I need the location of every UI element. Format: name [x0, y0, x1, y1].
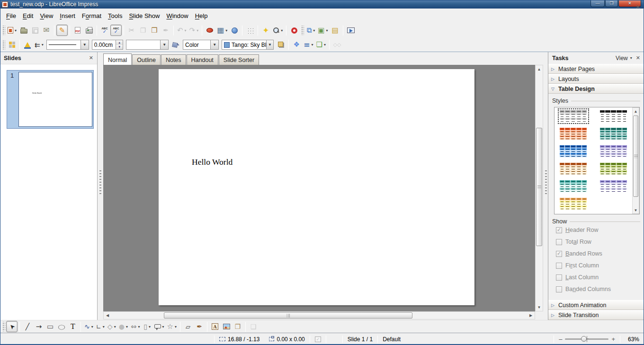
checkbox-banded-rows[interactable]: Banded Rows	[556, 250, 644, 257]
display-grid-button[interactable]	[244, 25, 256, 36]
close-document-icon[interactable]: ✕	[635, 4, 640, 10]
print-button[interactable]	[83, 25, 95, 36]
dropdown-arrow-icon[interactable]: ▼	[80, 40, 89, 49]
dropdown-caret-icon[interactable]: ▾	[324, 43, 326, 47]
spin-down-icon[interactable]: ▼	[116, 45, 123, 50]
chevron-down-icon[interactable]: ▾	[630, 56, 632, 60]
tab-slide-sorter[interactable]: Slide Sorter	[219, 54, 259, 65]
gallery-button[interactable]: ❐	[232, 321, 243, 332]
edit-mode-button[interactable]: ✎	[56, 25, 68, 36]
checkbox-unchecked-icon[interactable]	[556, 239, 562, 245]
block-arrows-button[interactable]: ⇔▾	[129, 321, 142, 332]
left-panel-splitter[interactable]	[98, 52, 103, 320]
toolbar-handle[interactable]	[2, 26, 5, 35]
arrange-objects-button[interactable]: ❏▾	[315, 39, 327, 51]
dropdown-caret-icon[interactable]: ▾	[197, 28, 198, 33]
menu-edit[interactable]: Edit	[19, 11, 36, 21]
spinner-value[interactable]: 0.00cm	[94, 42, 113, 48]
basic-shapes-button[interactable]: ◇▾	[106, 321, 117, 332]
slide-page[interactable]: Hello World	[159, 69, 474, 305]
toolbar-handle[interactable]	[2, 322, 5, 331]
menu-tools[interactable]: Tools	[105, 11, 125, 21]
styles-scrollbar-thumb[interactable]	[633, 115, 638, 197]
menu-view[interactable]: View	[36, 11, 56, 21]
dropdown-caret-icon[interactable]: ▾	[91, 325, 93, 329]
dropdown-caret-icon[interactable]: ▾	[138, 325, 140, 329]
checkbox-last-column[interactable]: Last Column	[556, 274, 644, 281]
fontwork-button[interactable]: A	[209, 321, 221, 332]
stars-button[interactable]: ☆▾	[166, 321, 178, 332]
minimize-button[interactable]: —	[590, 0, 605, 7]
dropdown-caret-icon[interactable]: ▾	[312, 43, 313, 47]
table-style-lavender-banded[interactable]	[599, 144, 628, 158]
scroll-right-icon[interactable]: ▶	[527, 312, 535, 319]
horizontal-scrollbar-thumb[interactable]	[164, 312, 412, 318]
tab-notes[interactable]: Notes	[161, 54, 186, 65]
arrow-tool-button[interactable]: →	[33, 321, 45, 332]
slide-template-name[interactable]: Default	[378, 336, 405, 343]
dropdown-caret-icon[interactable]: ▾	[126, 325, 128, 329]
connector-tool-button[interactable]: ∟▾	[95, 321, 106, 332]
restore-button[interactable]: ❐	[605, 0, 618, 7]
interaction-button[interactable]: ❑	[248, 321, 259, 332]
slide-thumbnail-1[interactable]: 1 Hello World	[7, 70, 94, 129]
menu-file[interactable]: File	[3, 11, 19, 21]
scroll-up-icon[interactable]: ▲	[633, 108, 639, 115]
deck-slide-transition[interactable]: ▷Slide Transition	[548, 310, 644, 320]
tasks-view-menu[interactable]: View	[616, 55, 628, 62]
arrow-style-button[interactable]: ⇇▾	[33, 39, 45, 51]
dropdown-caret-icon[interactable]: ▾	[313, 28, 315, 33]
line-style-select[interactable]: ▼	[46, 40, 89, 50]
dropdown-caret-icon[interactable]: ▾	[326, 28, 328, 33]
dropdown-caret-icon[interactable]: ▾	[185, 28, 187, 33]
align-objects-button[interactable]: ≡▾	[302, 39, 314, 51]
deck-table-design[interactable]: ▽Table Design	[548, 84, 644, 94]
table-style-teal-banded[interactable]	[599, 127, 628, 141]
fill-color-select[interactable]: Tango: Sky Blu▼	[222, 40, 274, 50]
table-style-yellow-banded[interactable]	[559, 197, 588, 211]
dropdown-caret-icon[interactable]: ▾	[281, 28, 283, 33]
checkbox-total-row[interactable]: Total Row	[556, 239, 644, 245]
horizontal-scrollbar[interactable]: ◀ ▶	[103, 311, 535, 319]
spellcheck-button[interactable]: ABC✓	[99, 25, 110, 36]
paste-button[interactable]: ❒	[149, 25, 160, 36]
checkbox-checked-icon[interactable]	[556, 251, 562, 257]
dropdown-arrow-icon[interactable]: ▼	[160, 40, 168, 49]
table-style-purple-banded[interactable]	[599, 179, 628, 193]
dropdown-caret-icon[interactable]: ▾	[175, 325, 177, 329]
zoom-percentage[interactable]: 63%	[620, 336, 644, 343]
email-document-button[interactable]: ✉	[41, 25, 52, 36]
line-color-select[interactable]: ▼	[126, 40, 169, 50]
export-pdf-button[interactable]	[72, 25, 83, 36]
cut-button[interactable]: ✂	[126, 25, 137, 36]
styles-scrollbar[interactable]: ▲ ▼	[632, 107, 639, 214]
rectangle-tool-button[interactable]: ▭	[45, 321, 56, 332]
vertical-scrollbar[interactable]: ▲ ▼	[535, 65, 543, 311]
open-file-button[interactable]	[18, 25, 29, 36]
table-style-cyan-banded[interactable]	[559, 179, 588, 193]
table-style-blue-banded[interactable]	[559, 144, 588, 158]
copy-button[interactable]: ❐	[137, 25, 149, 36]
fill-style-select[interactable]: Color▼	[183, 40, 219, 50]
zoom-slider-control[interactable]: – +	[554, 336, 620, 343]
scroll-up-icon[interactable]: ▲	[536, 65, 543, 73]
start-slideshow-button[interactable]	[345, 25, 357, 36]
redo-button[interactable]: ↷▾	[188, 25, 200, 36]
spin-up-icon[interactable]: ▲	[116, 40, 123, 45]
edit-points-button[interactable]: ▱	[182, 321, 194, 332]
right-panel-splitter[interactable]	[544, 52, 548, 320]
zoom-in-icon[interactable]: +	[611, 336, 615, 343]
menu-help[interactable]: Help	[192, 11, 211, 21]
checkbox-unchecked-icon[interactable]	[556, 263, 562, 269]
dropdown-caret-icon[interactable]: ▾	[42, 43, 44, 47]
dropdown-caret-icon[interactable]: ▾	[114, 325, 116, 329]
extrusion-toggle-button[interactable]: ◇◇	[331, 39, 343, 51]
dropdown-caret-icon[interactable]: ▾	[225, 28, 227, 33]
insert-slide-button[interactable]: ⧉▾	[305, 25, 316, 36]
slide-layout-button[interactable]: ▣▾	[316, 25, 329, 36]
checkbox-unchecked-icon[interactable]	[556, 274, 562, 281]
line-tool-button[interactable]: ╱	[22, 321, 33, 332]
table-style-gray-banded[interactable]	[559, 109, 588, 123]
shadow-button[interactable]	[275, 39, 286, 51]
zoom-slider-knob[interactable]	[581, 336, 587, 342]
